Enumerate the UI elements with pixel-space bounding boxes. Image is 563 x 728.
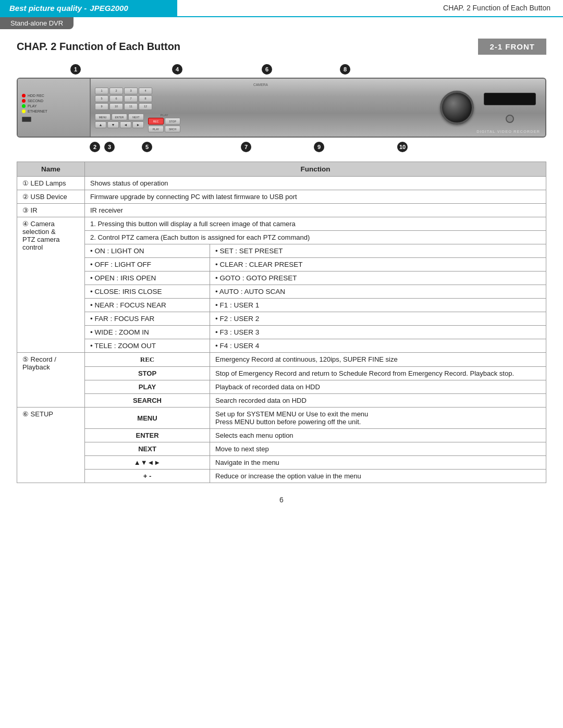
playback-buttons: PLAY REC STOP PLAY SRCH: [148, 114, 180, 132]
cam-btn-5[interactable]: 5: [95, 95, 108, 102]
led-row-2: SECOND: [22, 99, 43, 103]
func-col: • F4 : USER 4: [210, 339, 546, 353]
table-row: ① LED Lamps Shows status of operation: [17, 177, 546, 190]
usb-area: [22, 117, 31, 122]
subheader-pill: Stand-alone DVR: [0, 17, 74, 29]
sub-btn-col: + -: [85, 470, 210, 483]
camera-label: CAMERA: [95, 83, 426, 87]
cam-btn-9[interactable]: 9: [95, 103, 108, 110]
cam-btn-7[interactable]: 7: [124, 95, 138, 102]
header-highlight: JPEG2000: [90, 4, 128, 13]
func-col: • AUTO : AUTO SCAN: [210, 285, 546, 299]
cam-btn-4[interactable]: 4: [139, 88, 152, 94]
led-play-label: PLAY: [28, 104, 36, 108]
table-row: ④ Camera selection &PTZ camera control 1…: [17, 217, 546, 231]
jog-wheel: [440, 91, 474, 125]
cam-btn-8[interactable]: 8: [139, 95, 152, 102]
btn-right[interactable]: ►: [132, 121, 144, 128]
btn-stop[interactable]: STOP: [165, 118, 180, 125]
pb-row-1: REC STOP: [148, 118, 180, 125]
led-row-1: HDD REC: [22, 94, 44, 97]
dvr-container: HDD REC SECOND PLAY ETHERNET: [17, 78, 546, 138]
func-col: • F2 : USER 2: [210, 312, 546, 326]
led-hdd-rec: [22, 94, 26, 97]
table-row: STOP Stop of Emergency Record and return…: [17, 367, 546, 380]
table-row: SEARCH Search recorded data on HDD: [17, 394, 546, 408]
btn-next[interactable]: NEXT: [128, 114, 144, 120]
led-play: [22, 104, 26, 108]
setup-row-1: MENU ENTER NEXT: [95, 114, 144, 120]
cam-btn-2[interactable]: 2: [109, 88, 123, 94]
table-row: • OPEN : IRIS OPEN • GOTO : GOTO PRESET: [17, 272, 546, 285]
name-col: ① LED Lamps: [17, 177, 85, 190]
name-col: ④ Camera selection &PTZ camera control: [17, 217, 85, 353]
sub-btn-col: ▲▼◄►: [85, 456, 210, 470]
cam-btn-3[interactable]: 3: [124, 88, 138, 94]
btn-enter[interactable]: ENTER: [112, 114, 127, 120]
annotations-top: 1 4 6 8: [17, 60, 546, 78]
name-col: ③ IR: [17, 204, 85, 217]
table-row: ③ IR IR receiver: [17, 204, 546, 217]
table-row: • ON : LIGHT ON • SET : SET PRESET: [17, 244, 546, 258]
btn-play[interactable]: PLAY: [148, 126, 164, 132]
func-col: • GOTO : GOTO PRESET: [210, 272, 546, 285]
setup-row-2: ▲ ▼ ◄ ►: [95, 121, 144, 128]
func-col: • CLEAR : CLEAR PRESET: [210, 258, 546, 272]
table-row: • NEAR : FOCUS NEAR • F1 : USER 1: [17, 299, 546, 312]
tape-slot: [484, 93, 536, 105]
func-col: Move to next step: [210, 442, 546, 456]
anno-top-4: 4: [172, 64, 182, 75]
setup-pb-row: MENU ENTER NEXT ▲ ▼ ◄ ► PLAY: [95, 114, 426, 132]
dvr-mid-panel: CAMERA 1 2 3 4 5 6 7 8 9 10 11 12: [91, 79, 431, 137]
table-row: • FAR : FOCUS FAR • F2 : USER 2: [17, 312, 546, 326]
table-row: ENTER Selects each menu option: [17, 429, 546, 442]
func-col: • OPEN : IRIS OPEN: [85, 272, 210, 285]
pb-row-2: PLAY SRCH: [148, 126, 180, 132]
power-button[interactable]: [506, 115, 514, 123]
front-badge: 2-1 FRONT: [478, 39, 546, 55]
annotations-bottom: 2 3 5 7 9 10: [17, 139, 546, 155]
cam-btn-11[interactable]: 11: [124, 103, 138, 110]
btn-menu[interactable]: MENU: [95, 114, 111, 120]
func-col: Shows status of operation: [85, 177, 546, 190]
header-right: CHAP. 2 Function of Each Button: [177, 0, 563, 16]
dvr-brand-label: DIGITAL VIDEO RECORDER: [476, 129, 540, 134]
btn-rec[interactable]: REC: [148, 118, 164, 125]
btn-search[interactable]: SRCH: [165, 126, 180, 132]
cam-btn-12[interactable]: 12: [139, 103, 152, 110]
btn-down[interactable]: ▼: [107, 121, 119, 128]
col-header-function: Function: [85, 162, 546, 177]
anno-bot-7: 7: [241, 142, 251, 152]
btn-up[interactable]: ▲: [95, 121, 106, 128]
anno-top-6: 6: [262, 64, 272, 75]
btn-left[interactable]: ◄: [120, 121, 131, 128]
sub-btn-col: ENTER: [85, 429, 210, 442]
func-col: Set up for SYSTEM MENU or Use to exit th…: [210, 408, 546, 429]
sub-btn-col: NEXT: [85, 442, 210, 456]
cam-btn-6[interactable]: 6: [109, 95, 123, 102]
func-col: Selects each menu option: [210, 429, 546, 442]
func-col: Stop of Emergency Record and return to S…: [210, 367, 546, 380]
page-number: 6: [17, 496, 546, 504]
func-col: 2. Control PTZ camera (Each button is as…: [85, 231, 546, 244]
func-col: • F3 : USER 3: [210, 326, 546, 339]
table-row: • OFF : LIGHT OFF • CLEAR : CLEAR PRESET: [17, 258, 546, 272]
table-row: ⑥ SETUP MENU Set up for SYSTEM MENU or U…: [17, 408, 546, 429]
chapter-row: CHAP. 2 Function of Each Button 2-1 FRON…: [17, 39, 546, 55]
led-second: [22, 99, 26, 103]
func-col: • NEAR : FOCUS NEAR: [85, 299, 210, 312]
header-right-text: CHAP. 2 Function of Each Button: [443, 4, 550, 12]
table-row: 2. Control PTZ camera (Each button is as…: [17, 231, 546, 244]
cam-btn-10[interactable]: 10: [109, 103, 123, 110]
main-content: CHAP. 2 Function of Each Button 2-1 FRON…: [0, 29, 563, 521]
table-row: NEXT Move to next step: [17, 442, 546, 456]
sub-btn-col: SEARCH: [85, 394, 210, 408]
name-col: ⑤ Record / Playback: [17, 353, 85, 408]
cam-btn-1[interactable]: 1: [95, 88, 108, 94]
function-table: Name Function ① LED Lamps Shows status o…: [17, 162, 546, 483]
led-hdd-label: HDD REC: [28, 94, 44, 97]
table-row: PLAY Playback of recorded data on HDD: [17, 380, 546, 394]
func-col: IR receiver: [85, 204, 546, 217]
func-col: 1. Pressing this button will display a f…: [85, 217, 546, 231]
sub-btn-col: MENU: [85, 408, 210, 429]
